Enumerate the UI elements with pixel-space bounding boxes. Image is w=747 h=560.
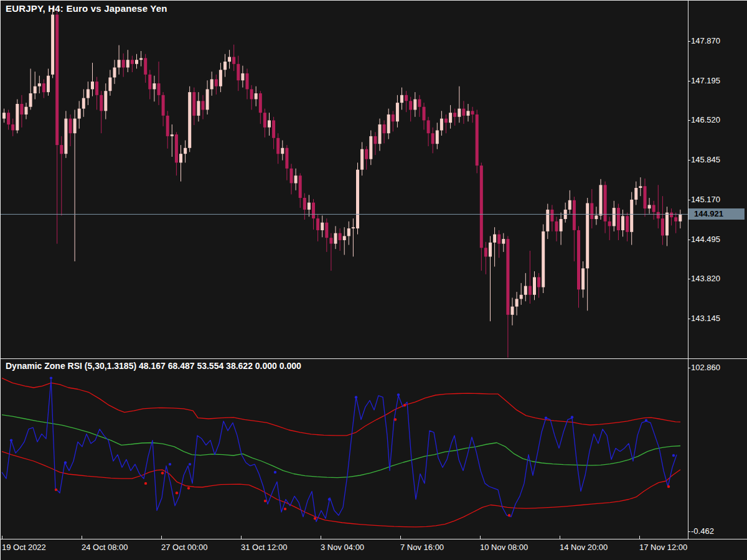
candle-body — [613, 208, 616, 226]
candle-body — [131, 60, 134, 64]
candle-body — [405, 95, 408, 101]
window-border-top — [0, 0, 747, 1]
signal-dot-red — [144, 482, 147, 485]
candle-body — [661, 218, 664, 235]
candle-body — [312, 203, 315, 219]
candle-body — [276, 138, 280, 154]
signal-dot-blue — [10, 439, 12, 441]
candle-body — [657, 212, 660, 218]
candle-body — [188, 92, 191, 148]
candle-body — [449, 113, 452, 123]
signal-dot-red — [187, 487, 190, 489]
candle-body — [206, 89, 209, 110]
signal-dot-blue — [672, 454, 675, 457]
candle-body — [594, 215, 598, 219]
time-axis-label: 19 Oct 2022 — [2, 543, 46, 552]
candle-body — [272, 120, 275, 138]
time-axis-tick — [560, 536, 560, 539]
candle-body — [290, 169, 293, 184]
indicator-axis-tick — [688, 368, 690, 368]
candle-body — [38, 83, 41, 86]
signal-dot-blue — [571, 416, 573, 418]
candle-body — [95, 82, 98, 95]
candle-body — [34, 86, 37, 93]
time-axis-tick — [2, 536, 2, 539]
candle-body — [339, 233, 342, 240]
price-axis-tick — [688, 279, 690, 279]
panel-separator[interactable] — [0, 358, 747, 359]
candle-body — [546, 210, 549, 231]
time-axis-tick — [82, 536, 82, 539]
candle-body — [462, 109, 465, 116]
candle-body — [78, 109, 81, 119]
candle-body — [418, 100, 421, 107]
candle-body — [294, 175, 298, 183]
signal-dot-blue — [645, 419, 647, 421]
candle-body — [644, 186, 647, 208]
candle-body — [599, 185, 603, 215]
candle-body — [210, 79, 214, 89]
candle-body — [409, 101, 412, 110]
signal-dot-red — [264, 500, 266, 502]
candle-body — [69, 119, 72, 134]
candle-body — [171, 134, 174, 136]
candle-body — [126, 60, 129, 67]
candle-body — [356, 170, 359, 228]
candle-body — [268, 120, 271, 127]
candle-body — [387, 114, 390, 133]
candle-body — [352, 227, 355, 228]
signal-dot-red — [176, 492, 178, 494]
candle-body — [157, 83, 161, 95]
candle-body — [630, 200, 633, 232]
candle-body — [241, 73, 244, 80]
candle-body — [440, 119, 443, 131]
time-axis-label: 10 Nov 08:00 — [480, 543, 528, 552]
price-axis-label: 143.820 — [691, 274, 720, 283]
indicator-axis-tick — [688, 531, 690, 532]
candle-body — [246, 73, 249, 89]
price-chart[interactable] — [0, 0, 688, 358]
candle-body — [515, 299, 519, 306]
candle-body — [378, 124, 382, 144]
candle-body — [192, 92, 195, 116]
candle-body — [184, 148, 187, 154]
price-axis-tick — [688, 200, 690, 200]
rsi-indicator-panel[interactable] — [0, 359, 688, 539]
candle-body — [670, 213, 673, 218]
candle-body — [497, 235, 500, 244]
candle-body — [122, 60, 125, 67]
candle-body — [665, 213, 669, 236]
candle-body — [458, 109, 461, 117]
candle-body — [529, 286, 532, 295]
candle-body — [476, 114, 479, 166]
candle-body — [626, 216, 629, 232]
candle-body — [259, 93, 262, 113]
candle-body — [360, 149, 364, 170]
candle-body — [153, 83, 156, 89]
candle-body — [617, 208, 620, 230]
price-axis-tick — [688, 81, 690, 82]
price-axis-label: 147.870 — [691, 36, 720, 45]
signal-dot-red — [314, 517, 316, 520]
candle-body — [648, 205, 651, 208]
candle-body — [139, 58, 143, 60]
signal-dot-blue — [545, 417, 547, 419]
price-axis-tick — [688, 41, 690, 42]
candle-body — [581, 268, 585, 289]
candle-body — [674, 217, 677, 222]
price-axis-tick — [688, 319, 690, 319]
candle-body — [215, 79, 218, 86]
candle-body — [520, 295, 523, 299]
candle-body — [232, 57, 235, 64]
signal-dot-red — [55, 488, 57, 491]
candle-body — [255, 93, 258, 99]
candle-body — [573, 200, 576, 230]
candle-body — [148, 75, 151, 90]
signal-dot-blue — [397, 393, 400, 396]
candle-body — [87, 89, 90, 98]
candle-body — [316, 218, 319, 230]
signal-dot-blue — [189, 463, 191, 465]
candle-body — [577, 230, 580, 289]
candle-body — [321, 223, 324, 230]
candle-body — [263, 113, 266, 128]
